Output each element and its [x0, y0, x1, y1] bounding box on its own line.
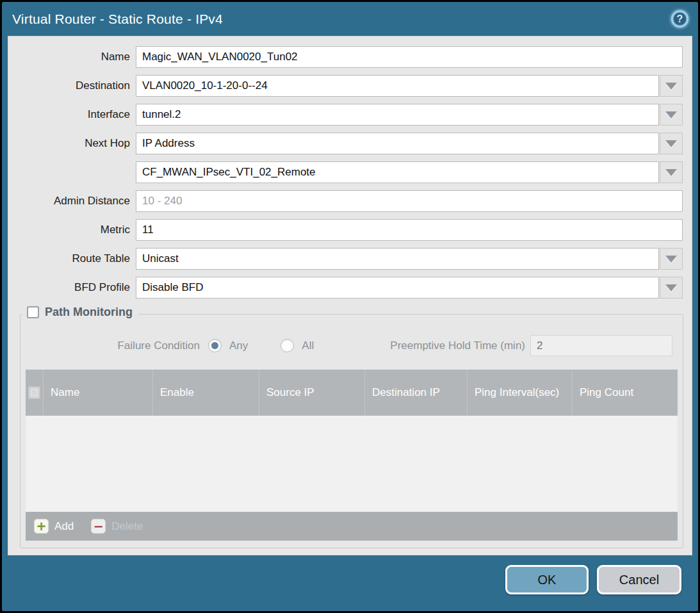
column-header-ping-count: Ping Count	[573, 370, 678, 416]
next-hop-label: Next Hop	[8, 137, 136, 150]
next-hop-address-value[interactable]: CF_MWAN_IPsec_VTI_02_Remote	[136, 161, 659, 183]
metric-input[interactable]	[136, 219, 683, 241]
radio-dot	[211, 342, 218, 349]
form-row-name: Name	[8, 46, 683, 68]
column-header-enable: Enable	[153, 370, 259, 416]
destination-value[interactable]: VLAN0020_10-1-20-0--24	[136, 75, 659, 97]
dialog-titlebar: Virtual Router - Static Route - IPv4 ?	[2, 2, 698, 36]
interface-value[interactable]: tunnel.2	[136, 104, 659, 126]
dialog-title: Virtual Router - Static Route - IPv4	[12, 12, 223, 27]
preemptive-hold-time-input[interactable]	[530, 335, 672, 356]
path-monitoring-table: Name Enable Source IP Destination IP Pin…	[26, 370, 678, 541]
next-hop-address-dropdown-button[interactable]	[660, 161, 683, 183]
name-input[interactable]	[136, 46, 683, 68]
path-monitoring-legend: Path Monitoring	[22, 306, 138, 319]
bfd-profile-combobox[interactable]: Disable BFD	[136, 277, 683, 298]
next-hop-type-value[interactable]: IP Address	[136, 133, 659, 154]
static-route-dialog: Virtual Router - Static Route - IPv4 ? N…	[2, 2, 698, 611]
column-header-name: Name	[44, 370, 153, 416]
next-hop-type-dropdown-button[interactable]	[660, 133, 683, 154]
add-button[interactable]: + Add	[34, 519, 74, 534]
column-header-source-ip: Source IP	[259, 370, 365, 416]
chevron-down-icon	[665, 284, 677, 291]
route-table-combobox[interactable]: Unicast	[136, 248, 683, 270]
chevron-down-icon	[665, 111, 677, 119]
chevron-down-icon	[665, 83, 677, 90]
failure-condition-any-label: Any	[229, 339, 248, 352]
route-table-value[interactable]: Unicast	[136, 248, 659, 270]
admin-distance-label: Admin Distance	[8, 195, 136, 208]
path-monitoring-checkbox[interactable]	[27, 306, 39, 318]
preemptive-hold-time-label: Preemptive Hold Time (min)	[314, 339, 525, 352]
add-button-label: Add	[54, 520, 74, 533]
failure-condition-label: Failure Condition	[20, 339, 200, 352]
form-row-destination: Destination VLAN0020_10-1-20-0--24	[8, 75, 683, 97]
route-table-label: Route Table	[8, 252, 136, 265]
failure-condition-row: Failure Condition Any All Preemptive Hol…	[20, 335, 683, 356]
form-row-route-table: Route Table Unicast	[8, 248, 683, 270]
next-hop-type-combobox[interactable]: IP Address	[136, 133, 683, 154]
next-hop-address-combobox[interactable]: CF_MWAN_IPsec_VTI_02_Remote	[136, 161, 683, 183]
interface-dropdown-button[interactable]	[660, 104, 683, 126]
screen: Virtual Router - Static Route - IPv4 ? N…	[0, 0, 700, 613]
chevron-down-icon	[665, 256, 677, 263]
form-row-interface: Interface tunnel.2	[8, 104, 683, 126]
bfd-profile-label: BFD Profile	[8, 281, 136, 294]
ok-button[interactable]: OK	[505, 565, 589, 594]
form-row-bfd-profile: BFD Profile Disable BFD	[8, 277, 683, 298]
route-table-dropdown-button[interactable]	[660, 248, 683, 270]
dialog-footer: OK Cancel	[2, 555, 698, 611]
bfd-profile-dropdown-button[interactable]	[660, 277, 683, 298]
column-header-destination-ip: Destination IP	[365, 370, 468, 416]
select-all-checkbox[interactable]	[28, 386, 40, 399]
metric-label: Metric	[8, 224, 136, 236]
form-row-next-hop: Next Hop IP Address	[8, 133, 683, 154]
chevron-down-icon	[665, 140, 677, 147]
interface-label: Interface	[8, 108, 136, 121]
path-monitoring-fieldset: Path Monitoring Failure Condition Any Al…	[20, 314, 683, 548]
failure-condition-all-label: All	[302, 339, 314, 352]
delete-minus-icon: −	[91, 519, 106, 534]
form-row-next-hop-address: CF_MWAN_IPsec_VTI_02_Remote	[8, 161, 683, 183]
destination-label: Destination	[8, 79, 136, 92]
interface-combobox[interactable]: tunnel.2	[136, 104, 683, 126]
table-header-checkbox-cell	[26, 370, 44, 416]
help-icon[interactable]: ?	[671, 10, 688, 28]
delete-button[interactable]: − Delete	[91, 519, 143, 534]
bfd-profile-value[interactable]: Disable BFD	[136, 277, 659, 298]
failure-condition-any-radio[interactable]	[208, 339, 222, 352]
dialog-body: Name Destination VLAN0020_10-1-20-0--24 …	[8, 36, 692, 555]
admin-distance-input[interactable]	[136, 190, 683, 212]
destination-combobox[interactable]: VLAN0020_10-1-20-0--24	[136, 75, 683, 97]
path-monitoring-label: Path Monitoring	[45, 306, 133, 319]
table-header-row: Name Enable Source IP Destination IP Pin…	[26, 370, 678, 416]
name-label: Name	[8, 51, 136, 63]
table-body-empty	[26, 416, 678, 512]
form-row-metric: Metric	[8, 219, 683, 241]
chevron-down-icon	[665, 169, 677, 176]
destination-dropdown-button[interactable]	[660, 75, 683, 97]
table-toolbar: + Add − Delete	[26, 512, 678, 541]
delete-button-label: Delete	[111, 520, 143, 533]
form-row-admin-distance: Admin Distance	[8, 190, 683, 212]
cancel-button[interactable]: Cancel	[597, 565, 681, 594]
column-header-ping-interval: Ping Interval(sec)	[468, 370, 573, 416]
failure-condition-all-radio[interactable]	[281, 339, 294, 352]
add-plus-icon: +	[34, 519, 49, 534]
